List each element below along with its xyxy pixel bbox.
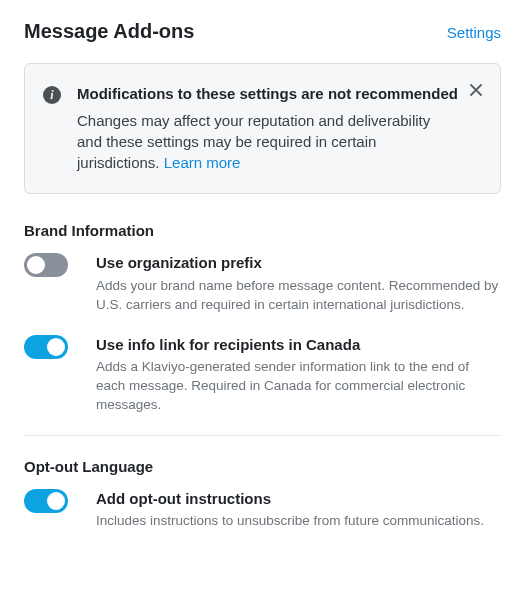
setting-label: Add opt-out instructions <box>96 489 501 509</box>
toggle-optout-instructions[interactable] <box>24 489 68 513</box>
close-icon[interactable] <box>466 80 486 100</box>
setting-info-link-canada: Use info link for recipients in Canada A… <box>24 335 501 436</box>
setting-description: Adds a Klaviyo-generated sender informat… <box>96 358 501 415</box>
alert-description-text: Changes may affect your reputation and d… <box>77 112 430 171</box>
alert-description: Changes may affect your reputation and d… <box>77 110 458 173</box>
page-header: Message Add-ons Settings <box>24 20 501 43</box>
info-icon: i <box>43 86 61 104</box>
toggle-info-link-canada[interactable] <box>24 335 68 359</box>
settings-link[interactable]: Settings <box>447 24 501 41</box>
section-title-brand: Brand Information <box>24 222 501 239</box>
learn-more-link[interactable]: Learn more <box>164 154 241 171</box>
setting-description: Adds your brand name before message cont… <box>96 277 501 315</box>
setting-description: Includes instructions to unsubscribe fro… <box>96 512 501 531</box>
warning-alert: i Modifications to these settings are no… <box>24 63 501 194</box>
section-title-optout: Opt-out Language <box>24 458 501 475</box>
setting-optout-instructions: Add opt-out instructions Includes instru… <box>24 489 501 551</box>
setting-label: Use info link for recipients in Canada <box>96 335 501 355</box>
page-title: Message Add-ons <box>24 20 194 43</box>
setting-label: Use organization prefix <box>96 253 501 273</box>
setting-organization-prefix: Use organization prefix Adds your brand … <box>24 253 501 334</box>
toggle-organization-prefix[interactable] <box>24 253 68 277</box>
alert-title: Modifications to these settings are not … <box>77 84 458 104</box>
